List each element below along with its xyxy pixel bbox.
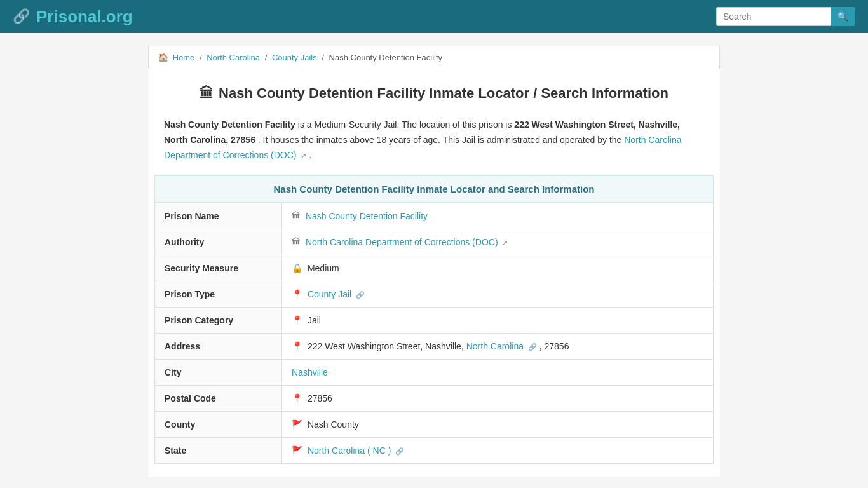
authority-link[interactable]: North Carolina Department of Corrections… [306, 237, 498, 247]
label-authority: Authority [155, 229, 282, 255]
address-prefix: 222 West Washington Street, Nashville, [308, 341, 466, 351]
logo-ext: .org [102, 7, 133, 26]
table-row: Postal Code 📍 27856 [155, 386, 714, 412]
search-area: 🔍 [716, 7, 855, 26]
address-icon: 📍 [292, 341, 302, 351]
label-county: County [155, 412, 282, 438]
logo-main: Prisonal [36, 7, 102, 26]
page-title-section: 🏛 Nash County Detention Facility Inmate … [148, 69, 720, 111]
facility-name-bold: Nash County Detention Facility [164, 119, 295, 130]
logo-area: 🔗 Prisonal.org [13, 7, 133, 27]
label-security: Security Measure [155, 255, 282, 281]
value-city: Nashville [282, 360, 714, 386]
description-part2: . It houses the inmates above 18 years o… [258, 135, 624, 145]
breadcrumb-sep-1: / [200, 53, 202, 62]
search-icon: 🔍 [837, 11, 848, 22]
city-link[interactable]: Nashville [292, 367, 328, 377]
table-header-text: Nash County Detention Facility Inmate Lo… [273, 184, 594, 194]
state-icon: 🚩 [292, 445, 302, 456]
table-row: State 🚩 North Carolina ( NC ) 🔗 [155, 438, 714, 464]
postal-value: 27856 [308, 393, 332, 403]
search-input[interactable] [716, 7, 831, 26]
logo-icon: 🔗 [13, 8, 30, 25]
breadcrumb-county-jails[interactable]: County Jails [272, 53, 317, 62]
chain-icon: 🔗 [356, 291, 365, 299]
logo-text: Prisonal.org [36, 7, 133, 27]
value-state: 🚩 North Carolina ( NC ) 🔗 [282, 438, 714, 464]
security-icon: 🔒 [292, 263, 302, 273]
postal-icon: 📍 [292, 393, 302, 403]
prison-type-link[interactable]: County Jail [308, 289, 351, 299]
title-icon: 🏛 [200, 85, 214, 102]
description-end: . [309, 150, 311, 160]
county-value: Nash County [308, 419, 359, 430]
value-authority: 🏛 North Carolina Department of Correctio… [282, 229, 714, 255]
table-row: Prison Name 🏛 Nash County Detention Faci… [155, 203, 714, 229]
breadcrumb-nc[interactable]: North Carolina [207, 53, 260, 62]
main-content: 🏠 Home / North Carolina / County Jails /… [148, 46, 720, 477]
label-address: Address [155, 334, 282, 360]
search-button[interactable]: 🔍 [831, 7, 855, 26]
info-table: Prison Name 🏛 Nash County Detention Faci… [154, 203, 714, 464]
table-row: City Nashville [155, 360, 714, 386]
description: Nash County Detention Facility is a Medi… [148, 111, 720, 175]
value-prison-name: 🏛 Nash County Detention Facility [282, 203, 714, 229]
site-header: 🔗 Prisonal.org 🔍 [0, 0, 868, 33]
county-icon: 🚩 [292, 419, 302, 430]
breadcrumb-sep-3: / [322, 53, 324, 62]
value-county: 🚩 Nash County [282, 412, 714, 438]
table-row: County 🚩 Nash County [155, 412, 714, 438]
state-link[interactable]: North Carolina ( NC ) [308, 445, 391, 456]
breadcrumb-home[interactable]: Home [173, 53, 195, 62]
external-link-icon: ↗ [301, 152, 306, 159]
table-row: Authority 🏛 North Carolina Department of… [155, 229, 714, 255]
table-row: Prison Category 📍 Jail [155, 308, 714, 334]
address-state-link[interactable]: North Carolina [466, 341, 524, 351]
security-value: Medium [308, 263, 339, 273]
table-section-header: Nash County Detention Facility Inmate Lo… [154, 175, 714, 203]
prison-name-icon: 🏛 [292, 211, 301, 221]
table-row: Address 📍 222 West Washington Street, Na… [155, 334, 714, 360]
address-chain-icon: 🔗 [528, 343, 537, 351]
value-postal: 📍 27856 [282, 386, 714, 412]
address-zip: , 27856 [539, 341, 569, 351]
label-city: City [155, 360, 282, 386]
home-icon: 🏠 [158, 53, 168, 62]
state-chain-icon: 🔗 [395, 447, 404, 455]
value-security: 🔒 Medium [282, 255, 714, 281]
authority-icon: 🏛 [292, 237, 301, 247]
title-text: Nash County Detention Facility Inmate Lo… [219, 85, 668, 102]
breadcrumb: 🏠 Home / North Carolina / County Jails /… [148, 46, 720, 69]
prison-name-link[interactable]: Nash County Detention Facility [306, 211, 428, 221]
label-prison-category: Prison Category [155, 308, 282, 334]
label-state: State [155, 438, 282, 464]
external-icon: ↗ [502, 239, 508, 247]
breadcrumb-current: Nash County Detention Facility [329, 53, 442, 62]
value-prison-category: 📍 Jail [282, 308, 714, 334]
label-postal: Postal Code [155, 386, 282, 412]
value-address: 📍 222 West Washington Street, Nashville,… [282, 334, 714, 360]
table-row: Security Measure 🔒 Medium [155, 255, 714, 281]
description-part1: is a Medium-Security Jail. The location … [298, 119, 515, 130]
page-title: 🏛 Nash County Detention Facility Inmate … [161, 85, 707, 102]
prison-category-icon: 📍 [292, 315, 302, 325]
breadcrumb-sep-2: / [265, 53, 268, 62]
label-prison-type: Prison Type [155, 281, 282, 308]
value-prison-type: 📍 County Jail 🔗 [282, 281, 714, 308]
table-row: Prison Type 📍 County Jail 🔗 [155, 281, 714, 308]
prison-category-value: Jail [308, 315, 321, 325]
prison-type-icon: 📍 [292, 289, 302, 299]
label-prison-name: Prison Name [155, 203, 282, 229]
